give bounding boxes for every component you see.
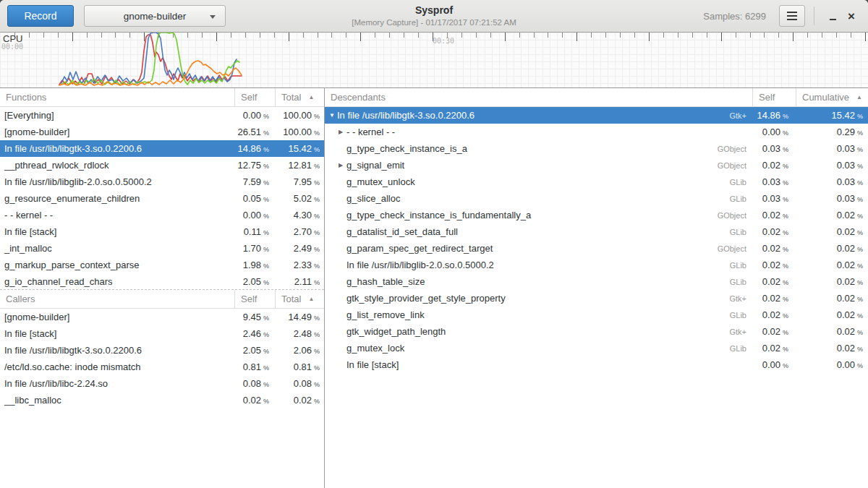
time-label-mid: 00:30 — [433, 37, 454, 45]
total-percent: 4.30% — [275, 210, 324, 221]
percent-sign: % — [263, 229, 269, 236]
symbol-name: g_mutex_unlock — [346, 176, 730, 187]
function-row[interactable]: In file /usr/lib/libgtk-3.so.0.2200.614.… — [0, 140, 324, 157]
percent-sign: % — [314, 196, 320, 203]
descendant-row[interactable]: g_slice_allocGLib0.03%0.03% — [325, 190, 868, 207]
total-column-header[interactable]: Total▲ — [275, 88, 324, 106]
total-column-header[interactable]: Total▲ — [275, 290, 324, 308]
percent-value: 0.02 — [762, 343, 780, 354]
percent-sign: % — [783, 146, 788, 153]
expander-icon[interactable]: ▶ — [338, 129, 346, 135]
cumulative-percent: 0.02% — [796, 326, 868, 337]
descendant-row[interactable]: ▼In file /usr/lib/libgtk-3.so.0.2200.6Gt… — [325, 107, 868, 124]
descendant-row[interactable]: ▶g_signal_emitGObject0.02%0.03% — [325, 157, 868, 174]
percent-value: 0.02 — [837, 276, 855, 287]
caller-row[interactable]: In file [stack]2.46%2.48% — [0, 325, 324, 342]
percent-value: 15.42 — [288, 143, 312, 154]
cpu-usage-graph[interactable]: CPU 00:00 00:30 — [0, 33, 868, 88]
cumulative-percent: 0.03% — [796, 176, 868, 187]
caller-row[interactable]: In file /usr/lib/libgtk-3.so.0.2200.62.0… — [0, 342, 324, 359]
percent-sign: % — [783, 113, 788, 120]
close-button[interactable]: × — [842, 5, 861, 27]
cumulative-percent: 0.02% — [796, 343, 868, 354]
chevron-down-icon — [210, 15, 216, 19]
cumulative-percent: 0.03% — [796, 143, 868, 154]
descendant-row[interactable]: gtk_style_provider_get_style_propertyGtk… — [325, 290, 868, 307]
percent-sign: % — [263, 398, 269, 405]
function-row[interactable]: g_io_channel_read_chars2.05%2.11% — [0, 273, 324, 290]
process-selector-dropdown[interactable]: gnome-builder — [84, 5, 226, 27]
percent-sign: % — [314, 179, 320, 187]
percent-value: 2.11 — [294, 276, 312, 287]
percent-value: 4.30 — [294, 210, 312, 221]
total-percent: 100.00% — [275, 110, 324, 121]
symbol-name: g_io_channel_read_chars — [0, 276, 234, 287]
caller-row[interactable]: [gnome-builder]9.45%14.49% — [0, 309, 324, 325]
percent-sign: % — [314, 398, 320, 405]
self-column-header[interactable]: Self — [752, 88, 796, 106]
functions-table-header: Functions Self Total▲ — [0, 88, 324, 107]
percent-sign: % — [783, 296, 788, 303]
percent-sign: % — [783, 246, 788, 253]
self-percent: 1.70% — [234, 243, 275, 254]
minimize-button[interactable] — [823, 5, 842, 27]
symbol-name: g_datalist_id_set_data_full — [346, 226, 730, 237]
percent-value: 26.51 — [237, 127, 261, 137]
percent-value: 100.00 — [283, 127, 312, 137]
cumulative-column-header[interactable]: Cumulative▲ — [796, 88, 868, 106]
total-column-label: Total — [281, 92, 301, 103]
function-row[interactable]: g_resource_enumerate_children0.05%5.02% — [0, 190, 324, 207]
percent-sign: % — [263, 279, 269, 286]
self-column-header[interactable]: Self — [234, 290, 275, 308]
function-row[interactable]: [gnome-builder]26.51%100.00% — [0, 124, 324, 140]
function-row[interactable]: g_markup_parse_context_parse1.98%2.33% — [0, 257, 324, 273]
cumulative-percent: 0.02% — [796, 276, 868, 287]
function-row[interactable]: [Everything]0.00%100.00% — [0, 107, 324, 124]
function-row[interactable]: __pthread_rwlock_rdlock12.75%12.81% — [0, 157, 324, 174]
descendant-row[interactable]: In file [stack]0.00%0.00% — [325, 356, 868, 373]
function-row[interactable]: In file [stack]0.11%2.70% — [0, 223, 324, 240]
symbol-name: gtk_style_provider_get_style_property — [346, 293, 729, 304]
caller-row[interactable]: __libc_malloc0.02%0.02% — [0, 392, 324, 408]
self-column-header[interactable]: Self — [234, 88, 275, 106]
descendant-row[interactable]: gtk_widget_path_lengthGtk+0.02%0.02% — [325, 323, 868, 340]
descendant-row[interactable]: g_param_spec_get_redirect_targetGObject0… — [325, 240, 868, 257]
caller-row[interactable]: /etc/ld.so.cache: inode mismatch0.81%0.8… — [0, 359, 324, 375]
percent-value: 0.08 — [243, 378, 261, 389]
function-row[interactable]: In file /usr/lib/libglib-2.0.so.0.5000.2… — [0, 174, 324, 190]
descendant-row[interactable]: g_mutex_lockGLib0.02%0.02% — [325, 340, 868, 356]
self-percent: 0.02% — [752, 226, 796, 237]
self-percent: 12.75% — [234, 160, 275, 171]
callers-column-header[interactable]: Callers — [0, 294, 234, 304]
descendant-row[interactable]: g_type_check_instance_is_aGObject0.03%0.… — [325, 140, 868, 157]
menu-button[interactable] — [779, 5, 805, 27]
descendant-row[interactable]: In file /usr/lib/libglib-2.0.so.0.5000.2… — [325, 257, 868, 273]
functions-column-header[interactable]: Functions — [0, 92, 234, 103]
percent-sign: % — [783, 229, 788, 236]
percent-sign: % — [857, 229, 863, 236]
expander-icon[interactable]: ▶ — [338, 162, 346, 168]
percent-sign: % — [314, 279, 320, 286]
cumulative-percent: 0.02% — [796, 226, 868, 237]
descendant-row[interactable]: g_mutex_unlockGLib0.03%0.03% — [325, 174, 868, 190]
percent-value: 12.75 — [237, 160, 261, 171]
percent-value: 0.02 — [762, 243, 780, 254]
percent-sign: % — [857, 296, 863, 303]
record-button[interactable]: Record — [7, 5, 74, 27]
self-percent: 2.46% — [234, 328, 275, 339]
self-percent: 0.02% — [752, 160, 796, 171]
percent-sign: % — [857, 279, 863, 286]
descendant-row[interactable]: g_list_remove_linkGLib0.02%0.02% — [325, 307, 868, 323]
percent-sign: % — [783, 262, 788, 270]
descendant-row[interactable]: ▶- - kernel - -0.00%0.29% — [325, 124, 868, 140]
caller-row[interactable]: In file /usr/lib/libc-2.24.so0.08%0.08% — [0, 375, 324, 392]
symbol-name: [gnome-builder] — [0, 312, 234, 322]
descendant-row[interactable]: g_datalist_id_set_data_fullGLib0.02%0.02… — [325, 223, 868, 240]
descendant-row[interactable]: g_hash_table_sizeGLib0.02%0.02% — [325, 273, 868, 290]
descendants-column-header[interactable]: Descendants — [325, 92, 752, 103]
function-row[interactable]: _int_malloc1.70%2.49% — [0, 240, 324, 257]
descendant-row[interactable]: g_type_check_instance_is_fundamentally_a… — [325, 207, 868, 223]
percent-sign: % — [263, 196, 269, 203]
function-row[interactable]: - - kernel - -0.00%4.30% — [0, 207, 324, 223]
expander-icon[interactable]: ▼ — [328, 112, 337, 119]
